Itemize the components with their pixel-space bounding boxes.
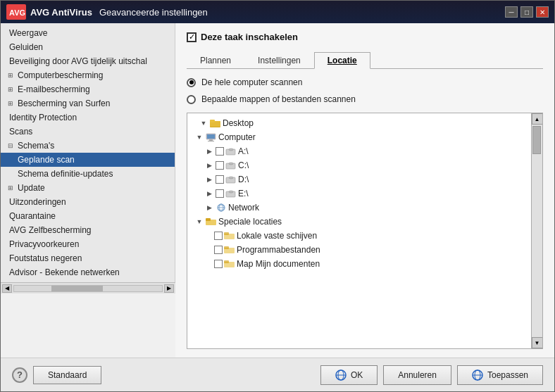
svg-rect-27 <box>224 246 229 249</box>
tree-expand-a[interactable]: ▶ <box>204 146 214 156</box>
sidebar-container: Weergave Geluiden Beveiliging door AVG t… <box>1 23 175 358</box>
svg-rect-4 <box>210 121 220 127</box>
tree-expand-d[interactable]: ▶ <box>204 175 214 184</box>
tree-label-programma: Programmabestanden <box>237 245 320 255</box>
minimize-button[interactable]: ─ <box>505 6 518 18</box>
tree-scroll-down-btn[interactable]: ▼ <box>532 337 543 348</box>
sidebar-scroll-right[interactable]: ▶ <box>164 284 174 293</box>
tree-item-computer[interactable]: ▼ Computer <box>187 130 531 144</box>
sidebar-item-schema-updates[interactable]: Schema definitie-updates <box>1 167 175 181</box>
folder-icon-speciale <box>206 217 217 226</box>
cancel-button[interactable]: Annuleren <box>383 365 451 385</box>
sidebar-scroll-left[interactable]: ◀ <box>2 284 12 293</box>
tree-item-desktop[interactable]: ▼ Desktop <box>187 116 531 130</box>
sidebar-item-foutstatus[interactable]: Foutstatus negeren <box>1 251 175 265</box>
tab-instellingen[interactable]: Instellingen <box>244 52 314 69</box>
tree-checkbox-c[interactable] <box>216 161 224 170</box>
app-name: AVG AntiVirus <box>30 7 92 18</box>
sidebar-item-geplande-scan[interactable]: Geplande scan <box>1 153 175 167</box>
folder-icon-documenten <box>224 260 235 268</box>
tree-item-d-drive[interactable]: ▶ D:\ <box>187 172 531 186</box>
tree-item-network[interactable]: ▶ Network <box>187 201 531 215</box>
tree-label-network: Network <box>228 203 259 213</box>
sidebar-item-weergave[interactable]: Weergave <box>1 26 175 40</box>
tree-item-c-drive[interactable]: ▶ C:\ <box>187 158 531 172</box>
sidebar-scroll-thumb <box>51 286 104 291</box>
restore-button[interactable]: □ <box>520 6 533 18</box>
tree-checkbox-e[interactable] <box>216 189 224 198</box>
svg-rect-23 <box>206 218 211 221</box>
help-button[interactable]: ? <box>12 367 27 383</box>
tree-label-desktop: Desktop <box>223 118 254 128</box>
sidebar-item-privacyvoorkeuren[interactable]: Privacyvoorkeuren <box>1 237 175 251</box>
tab-locatie[interactable]: Locatie <box>314 52 370 69</box>
tree-scroll-up-btn[interactable]: ▲ <box>532 113 543 125</box>
computer-icon <box>206 133 217 141</box>
sidebar-item-identity[interactable]: Identity Protection <box>1 110 175 125</box>
content-area: Weergave Geluiden Beveiliging door AVG t… <box>1 23 554 358</box>
tree-expand-network[interactable]: ▶ <box>204 203 214 213</box>
tree-expand-speciale[interactable]: ▼ <box>194 217 204 227</box>
sidebar-item-geluiden[interactable]: Geluiden <box>1 40 175 54</box>
tree-item-a-drive[interactable]: ▶ A:\ <box>187 144 531 158</box>
sidebar-scroll-track <box>13 285 163 292</box>
tree-checkbox-d[interactable] <box>216 175 224 184</box>
tree-expand-c[interactable]: ▶ <box>204 160 214 170</box>
tree-item-speciale[interactable]: ▼ Speciale locaties <box>187 215 531 229</box>
sidebar-item-computerbescherming[interactable]: ⊞ Computerbescherming <box>1 68 175 82</box>
tree-expand-computer[interactable]: ▼ <box>194 132 204 142</box>
tree-expand-desktop[interactable]: ▼ <box>199 118 208 128</box>
tree-checkbox-documenten[interactable] <box>214 260 223 268</box>
bottom-left: ? Standaard <box>12 366 101 384</box>
tree-checkbox-a[interactable] <box>216 147 224 156</box>
tree-checkbox-programma[interactable] <box>214 246 223 254</box>
sidebar-item-uitzonderingen[interactable]: Uitzonderingen <box>1 195 175 209</box>
tab-plannen[interactable]: Plannen <box>187 52 244 69</box>
expand-icon-email: ⊞ <box>6 85 15 94</box>
folder-icon-programma <box>224 246 235 254</box>
sidebar-item-beveiliging[interactable]: Beveiliging door AVG tijdelijk uitschal <box>1 54 175 68</box>
tree-label-computer: Computer <box>218 132 256 142</box>
sidebar-item-scans[interactable]: Scans <box>1 125 175 139</box>
radio-whole-computer[interactable]: De hele computer scannen <box>187 77 543 87</box>
sidebar-item-advisor[interactable]: Advisor - Bekende netwerken <box>1 265 175 279</box>
svg-rect-8 <box>208 141 214 141</box>
close-button[interactable]: ✕ <box>536 6 549 18</box>
apply-label: Toepassen <box>487 370 528 380</box>
tree-item-lokale[interactable]: Lokale vaste schijven <box>187 229 531 243</box>
svg-rect-6 <box>207 134 215 139</box>
tree-scroll-thumb <box>532 126 541 154</box>
ok-button[interactable]: OK <box>320 365 378 385</box>
sidebar-item-schemas[interactable]: ⊟ Schema's <box>1 139 175 153</box>
tree-item-documenten[interactable]: Map Mijn documenten <box>187 257 531 271</box>
main-window: AVG AVG AntiVirus Geavanceerde instellin… <box>0 0 555 392</box>
sidebar-item-update[interactable]: ⊞ Update <box>1 181 175 195</box>
bottom-right: OK Annuleren Toepassen <box>320 365 543 385</box>
bottom-bar: ? Standaard OK Annuleren <box>1 358 554 391</box>
task-enable-checkbox[interactable] <box>187 32 197 42</box>
tree-item-programma[interactable]: Programmabestanden <box>187 243 531 257</box>
expand-icon-update: ⊞ <box>6 184 15 192</box>
tree-checkbox-lokale[interactable] <box>214 232 223 240</box>
svg-point-12 <box>229 163 233 165</box>
sidebar-item-zelfbescherming[interactable]: AVG Zelfbescherming <box>1 223 175 237</box>
expand-icon-computer: ⊞ <box>6 71 15 80</box>
task-enable-label: Deze taak inschakelen <box>201 32 298 42</box>
tree-scroll-area[interactable]: ▼ Desktop ▼ <box>187 113 531 348</box>
default-button[interactable]: Standaard <box>33 366 101 384</box>
sidebar-item-surfen[interactable]: ⊞ Bescherming van Surfen <box>1 96 175 110</box>
svg-text:AVG: AVG <box>9 8 25 17</box>
radio-specific-folders[interactable]: Bepaalde mappen of bestanden scannen <box>187 94 543 104</box>
radio-circle-specific <box>187 95 196 104</box>
sidebar-scrollbar: ◀ ▶ <box>1 282 175 293</box>
tree-label-e: E:\ <box>238 189 249 198</box>
tree-scroll-track[interactable] <box>532 125 543 337</box>
apply-button[interactable]: Toepassen <box>457 365 543 385</box>
sidebar-item-emailbescherming[interactable]: ⊞ E-mailbescherming <box>1 82 175 96</box>
tree-label-speciale: Speciale locaties <box>218 217 282 227</box>
radio-circle-whole <box>187 78 196 87</box>
tree-expand-e[interactable]: ▶ <box>204 189 214 198</box>
tree-label-d: D:\ <box>238 175 249 184</box>
sidebar-item-quarantaine[interactable]: Quarantaine <box>1 209 175 223</box>
tree-item-e-drive[interactable]: ▶ E:\ <box>187 186 531 201</box>
